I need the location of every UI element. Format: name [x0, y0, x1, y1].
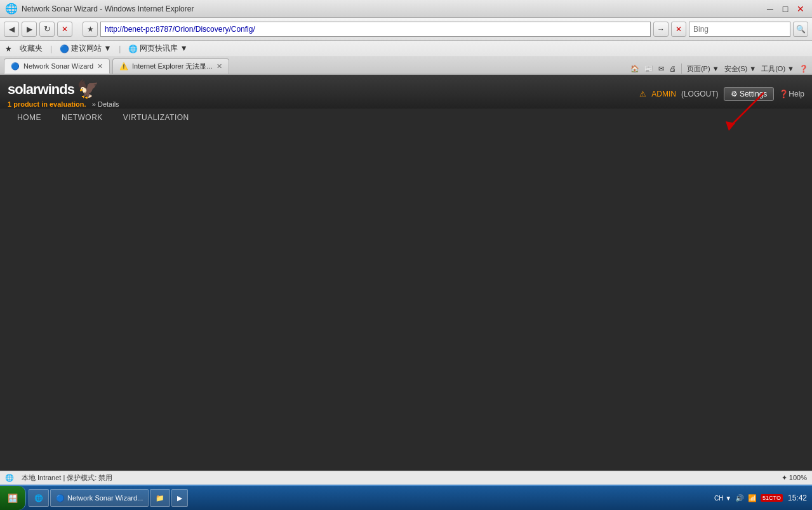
taskbar-ie-app-label: Network Sonar Wizard...: [67, 494, 143, 502]
top-nav-right: ⚠ ADMIN (LOGOUT) ⚙ Settings ❓Help: [639, 87, 804, 101]
browser-title: Network Sonar Wizard - Windows Internet …: [22, 4, 194, 13]
refresh-stop-button[interactable]: ✕: [671, 22, 686, 37]
solarwinds-logo-text: solarwinds: [8, 81, 74, 98]
search-submit-icon[interactable]: 🔍: [793, 22, 808, 37]
home-icon[interactable]: 🏠: [630, 65, 639, 73]
status-bar: 🌐 本地 Intranet | 保护模式: 禁用 ✦ 100%: [0, 471, 812, 485]
minimize-icon[interactable]: ─: [764, 4, 776, 14]
tab-icon-network: 🔵: [11, 62, 20, 70]
address-bar[interactable]: [100, 22, 651, 37]
read-mail-icon[interactable]: ✉: [658, 65, 664, 73]
details-link[interactable]: » Details: [92, 100, 119, 108]
nav-home[interactable]: HOME: [8, 109, 51, 126]
browser-nav-bar: ◀ ▶ ↻ ✕ ★ → ✕ 🔍: [0, 18, 812, 41]
feeds-icon[interactable]: 📰: [644, 65, 653, 73]
favorites-button[interactable]: ★: [83, 22, 98, 37]
favorites-bar: ★ 收藏夹 | 🔵建议网站 ▼ | 🌐网页快讯库 ▼: [0, 41, 812, 57]
settings-button[interactable]: ⚙ Settings: [724, 87, 775, 101]
window-controls: ─ □ ✕: [764, 4, 807, 14]
tab-ie-error[interactable]: ⚠️ Internet Explorer 无法显... ✕: [112, 58, 229, 74]
zone-text: 本地 Intranet | 保护模式: 禁用: [22, 473, 112, 483]
tools-menu[interactable]: 工具(O) ▼: [761, 64, 794, 74]
tab-label-network: Network Sonar Wizard: [23, 62, 93, 70]
tray-volume-icon[interactable]: 🔊: [735, 494, 744, 502]
taskbar-ie-app[interactable]: 🔵 Network Sonar Wizard...: [50, 489, 149, 507]
browser-logo-icon: 🌐: [5, 3, 18, 15]
help-link[interactable]: ❓Help: [779, 90, 804, 98]
admin-link[interactable]: ADMIN: [651, 90, 676, 98]
alert-icon: ⚠: [639, 90, 646, 98]
restore-icon[interactable]: □: [779, 4, 792, 14]
tray-lang-icon: CH ▼: [714, 495, 731, 502]
eval-area: 1 product in evaluation. » Details: [8, 100, 119, 109]
browser-tabs-bar: 🔵 Network Sonar Wizard ✕ ⚠️ Internet Exp…: [0, 57, 812, 75]
status-right: ✦ 100%: [782, 474, 807, 482]
logo-area: solarwinds 🦅 1 product in evaluation. » …: [8, 79, 119, 109]
clock-time: 15:42: [788, 493, 807, 502]
refresh-button[interactable]: ↻: [39, 22, 55, 37]
tray-network-icon[interactable]: 📶: [748, 494, 757, 502]
clock: 15:42: [788, 493, 807, 502]
favorites-star-icon: ★: [5, 44, 12, 53]
stop-button[interactable]: ✕: [57, 22, 72, 37]
taskbar-items: 🌐 🔵 Network Sonar Wizard... 📁 ▶: [26, 486, 709, 510]
taskbar: 🪟 🌐 🔵 Network Sonar Wizard... 📁 ▶ CH ▼ 🔊…: [0, 485, 812, 510]
tray-51cto-icon: 51CTO: [761, 494, 783, 502]
app-wrapper: solarwinds 🦅 1 product in evaluation. » …: [0, 75, 812, 491]
ie-icon: 🌐: [34, 494, 43, 502]
tab-close-icon[interactable]: ✕: [97, 62, 103, 70]
status-left: 🌐 本地 Intranet | 保护模式: 禁用: [5, 473, 112, 483]
browser-title-bar: 🌐 Network Sonar Wizard - Windows Interne…: [0, 0, 812, 18]
suggested-sites[interactable]: 🔵建议网站 ▼: [60, 43, 111, 54]
tab-icon-error: ⚠️: [119, 62, 128, 70]
tab-close-icon-2[interactable]: ✕: [216, 62, 222, 70]
web-slice-icon: 🌐: [128, 44, 138, 53]
taskbar-media-icon[interactable]: ▶: [171, 489, 188, 507]
top-nav: solarwinds 🦅 1 product in evaluation. » …: [0, 75, 812, 109]
zoom-level[interactable]: ✦ 100%: [782, 474, 807, 482]
zone-icon: 🌐: [5, 474, 14, 482]
tab-label-error: Internet Explorer 无法显...: [132, 62, 213, 71]
system-tray: CH ▼ 🔊 📶 51CTO: [714, 494, 783, 502]
print-icon[interactable]: 🖨: [669, 65, 676, 72]
page-menu[interactable]: 页面(P) ▼: [687, 64, 719, 74]
suggested-icon: 🔵: [60, 44, 69, 53]
safety-menu[interactable]: 安全(S) ▼: [724, 64, 757, 74]
main-nav: HOME NETWORK VIRTUALIZATION: [0, 109, 812, 126]
nav-virtualization[interactable]: VIRTUALIZATION: [114, 109, 199, 126]
taskbar-ie-app-icon: 🔵: [56, 494, 65, 502]
taskbar-ie-icon[interactable]: 🌐: [29, 489, 49, 507]
forward-button[interactable]: ▶: [22, 22, 37, 37]
solarwinds-bird-icon: 🦅: [77, 79, 99, 100]
media-icon: ▶: [177, 494, 182, 502]
folder-icon: 📁: [156, 494, 164, 502]
taskbar-right: CH ▼ 🔊 📶 51CTO 15:42: [709, 493, 812, 502]
back-button[interactable]: ◀: [4, 22, 19, 37]
windows-logo-icon: 🪟: [8, 493, 18, 503]
search-bar[interactable]: [689, 22, 790, 37]
favorites-label[interactable]: 收藏夹: [20, 43, 43, 54]
close-icon[interactable]: ✕: [794, 4, 807, 14]
eval-text: 1 product in evaluation.: [8, 100, 86, 108]
help-icon[interactable]: ❓: [799, 65, 808, 73]
web-slice-gallery[interactable]: 🌐网页快讯库 ▼: [128, 43, 187, 54]
go-button[interactable]: →: [653, 22, 669, 37]
logout-link[interactable]: (LOGOUT): [681, 90, 719, 98]
nav-network[interactable]: NETWORK: [52, 109, 112, 126]
tab-network-sonar[interactable]: 🔵 Network Sonar Wizard ✕: [4, 58, 110, 74]
taskbar-folder-icon[interactable]: 📁: [150, 489, 170, 507]
start-button[interactable]: 🪟: [0, 486, 26, 510]
